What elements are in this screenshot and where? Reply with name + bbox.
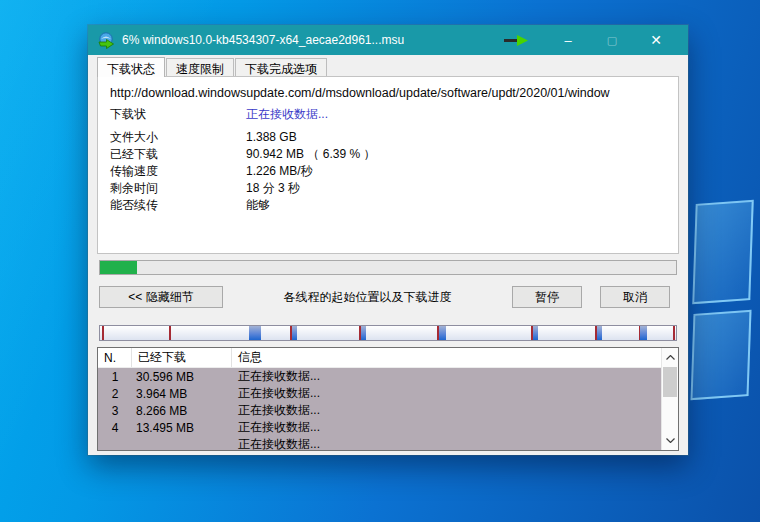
thread-progress-bar: [99, 325, 677, 341]
thread-downloaded-chunk: [292, 326, 297, 340]
thread-start-marker: [169, 326, 171, 340]
status-value: 1.226 MB/秒: [246, 163, 313, 180]
cell-thread-number: 4: [98, 421, 132, 435]
minimize-button[interactable]: –: [546, 25, 590, 55]
close-button[interactable]: ✕: [634, 25, 678, 55]
download-progress-bar: [99, 260, 677, 275]
status-label: 能否续传: [110, 197, 246, 214]
tab-1[interactable]: 下载状态: [97, 57, 165, 77]
maximize-button[interactable]: ▢: [590, 25, 634, 55]
tab-3[interactable]: 下载完成选项: [235, 58, 327, 76]
thread-downloaded-chunk: [597, 326, 602, 340]
status-rows: 下载状正在接收数据...文件大小1.388 GB已经下载90.942 MB （ …: [110, 106, 678, 214]
status-row: 下载状正在接收数据...: [110, 106, 678, 123]
windows-logo-pane-top: [692, 200, 753, 304]
action-row: << 隐藏细节 各线程的起始位置以及下载进度 暂停 取消: [99, 286, 677, 308]
cell-info: 正在接收数据...: [232, 436, 661, 450]
status-value: 1.388 GB: [246, 129, 297, 146]
cell-downloaded: 13.495 MB: [132, 421, 232, 435]
table-row[interactable]: 23.964 MB正在接收数据...: [98, 385, 661, 402]
titlebar[interactable]: 6% windows10.0-kb4534307-x64_aecae2d961.…: [88, 25, 688, 55]
window-title: 6% windows10.0-kb4534307-x64_aecae2d961.…: [122, 33, 404, 47]
table-header-row: N.已经下载信息: [98, 348, 661, 368]
status-value: 18 分 3 秒: [246, 180, 300, 197]
windows-logo-pane-bottom: [690, 310, 751, 400]
threads-caption: 各线程的起始位置以及下载进度: [223, 289, 512, 306]
cell-downloaded: 30.596 MB: [132, 370, 232, 384]
table-row-partial[interactable]: 正在接收数据...: [98, 436, 661, 450]
download-url: http://download.windowsupdate.com/d/msdo…: [110, 86, 678, 100]
download-progress-fill: [100, 261, 137, 274]
table-body: 130.596 MB正在接收数据...23.964 MB正在接收数据...38.…: [98, 368, 661, 450]
thread-downloaded-chunk: [533, 326, 538, 340]
scrollbar-thumb[interactable]: [663, 367, 677, 397]
status-value: 能够: [246, 197, 270, 214]
scroll-up-icon[interactable]: [662, 349, 678, 366]
cell-info: 正在接收数据...: [232, 368, 661, 385]
status-row: 已经下载90.942 MB （ 6.39 % ）: [110, 146, 678, 163]
thread-downloaded-chunk: [249, 326, 262, 340]
status-label: 已经下载: [110, 146, 246, 163]
status-label: 剩余时间: [110, 180, 246, 197]
cell-thread-number: 3: [98, 404, 132, 418]
status-label: 文件大小: [110, 129, 246, 146]
status-row: 能否续传能够: [110, 197, 678, 214]
thread-downloaded-chunk: [361, 326, 366, 340]
cell-thread-number: 1: [98, 370, 132, 384]
status-row: 剩余时间18 分 3 秒: [110, 180, 678, 197]
status-row: 文件大小1.388 GB: [110, 129, 678, 146]
thread-downloaded-chunk: [439, 326, 446, 340]
idm-logo-icon: [97, 31, 115, 49]
cell-thread-number: 2: [98, 387, 132, 401]
table-column-header[interactable]: N.: [98, 348, 132, 367]
cell-downloaded: 8.266 MB: [132, 404, 232, 418]
thread-start-marker: [673, 326, 675, 340]
status-label: 传输速度: [110, 163, 246, 180]
green-arrow-icon: [504, 35, 528, 46]
status-value: 90.942 MB （ 6.39 % ）: [246, 146, 375, 163]
idm-download-window: 6% windows10.0-kb4534307-x64_aecae2d961.…: [88, 25, 688, 455]
table-column-header[interactable]: 已经下载: [132, 348, 232, 367]
table-row[interactable]: 38.266 MB正在接收数据...: [98, 402, 661, 419]
pause-button[interactable]: 暂停: [512, 286, 582, 308]
thread-start-marker: [102, 326, 104, 340]
status-value: 正在接收数据...: [246, 106, 328, 123]
table-row[interactable]: 130.596 MB正在接收数据...: [98, 368, 661, 385]
table-row[interactable]: 413.495 MB正在接收数据...: [98, 419, 661, 436]
table-scrollbar[interactable]: [661, 348, 678, 450]
cell-downloaded: 3.964 MB: [132, 387, 232, 401]
desktop: { "titlebar": { "title": "6% windows10.0…: [0, 0, 760, 522]
cell-info: 正在接收数据...: [232, 419, 661, 436]
status-row: 传输速度1.226 MB/秒: [110, 163, 678, 180]
scroll-down-icon[interactable]: [662, 432, 678, 449]
tab-strip: 下载状态速度限制下载完成选项: [97, 57, 688, 76]
download-status-panel: http://download.windowsupdate.com/d/msdo…: [97, 76, 679, 254]
thread-downloaded-chunk: [640, 326, 647, 340]
tab-2[interactable]: 速度限制: [166, 58, 234, 76]
cancel-button[interactable]: 取消: [600, 286, 670, 308]
cell-info: 正在接收数据...: [232, 402, 661, 419]
table-column-header[interactable]: 信息: [232, 348, 661, 367]
hide-details-button[interactable]: << 隐藏细节: [99, 286, 223, 308]
status-label: 下载状: [110, 106, 246, 123]
cell-info: 正在接收数据...: [232, 385, 661, 402]
threads-table: N.已经下载信息 130.596 MB正在接收数据...23.964 MB正在接…: [97, 347, 679, 451]
